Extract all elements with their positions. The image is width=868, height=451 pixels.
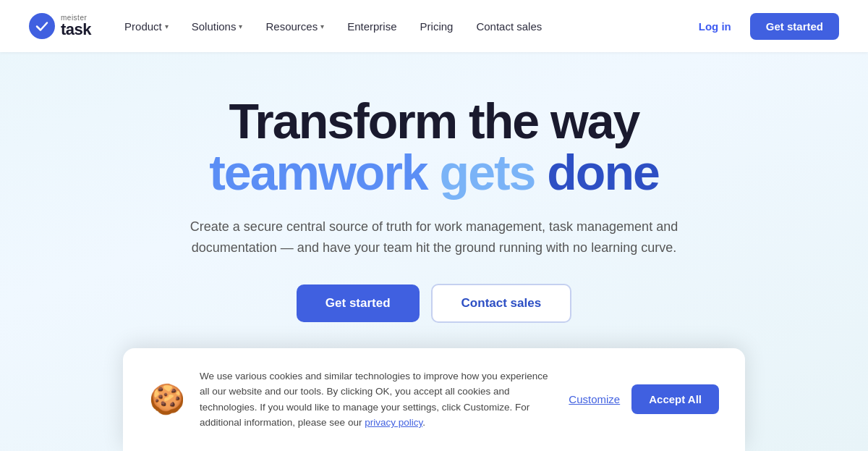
cookie-icon: 🍪 — [149, 382, 185, 416]
login-button[interactable]: Log in — [689, 14, 741, 38]
nav-item-enterprise[interactable]: Enterprise — [337, 14, 407, 38]
nav-right: Log in Get started — [689, 13, 839, 40]
hero-subtitle: Create a secure central source of truth … — [181, 216, 687, 258]
accept-all-button[interactable]: Accept All — [631, 384, 719, 414]
nav-links: Product ▾ Solutions ▾ Resources ▾ Enterp… — [114, 14, 689, 38]
hero-title-line1: Transform the way — [229, 96, 639, 147]
logo-icon — [29, 13, 55, 39]
navbar: meister task Product ▾ Solutions ▾ Resou… — [0, 0, 868, 52]
nav-item-resources[interactable]: Resources ▾ — [255, 14, 334, 38]
hero-word-teamwork: teamwork — [209, 145, 427, 200]
hero-contact-sales-button[interactable]: Contact sales — [431, 284, 572, 323]
cookie-text: We use various cookies and similar techn… — [200, 368, 554, 431]
hero-word-done: done — [547, 145, 658, 200]
chevron-down-icon: ▾ — [320, 22, 324, 30]
nav-item-product[interactable]: Product ▾ — [114, 14, 179, 38]
nav-item-pricing[interactable]: Pricing — [410, 14, 464, 38]
hero-title-line2: teamwork gets done — [209, 147, 659, 198]
hero-get-started-button[interactable]: Get started — [297, 284, 420, 322]
cookie-actions: Customize Accept All — [569, 384, 719, 414]
chevron-down-icon: ▾ — [165, 22, 169, 30]
nav-item-contact-sales[interactable]: Contact sales — [466, 14, 552, 38]
logo-text: meister task — [61, 14, 91, 38]
hero-word-gets: gets — [440, 145, 535, 200]
logo-task-label: task — [61, 22, 91, 38]
cookie-banner: 🍪 We use various cookies and similar tec… — [123, 348, 745, 451]
chevron-down-icon: ▾ — [239, 22, 242, 30]
nav-item-solutions[interactable]: Solutions ▾ — [182, 14, 253, 38]
customize-button[interactable]: Customize — [569, 393, 620, 405]
hero-buttons: Get started Contact sales — [297, 284, 571, 323]
logo[interactable]: meister task — [29, 13, 91, 39]
get-started-nav-button[interactable]: Get started — [750, 13, 839, 40]
hero-section: Transform the way teamwork gets done Cre… — [0, 52, 868, 352]
privacy-policy-link[interactable]: privacy policy — [365, 417, 422, 428]
